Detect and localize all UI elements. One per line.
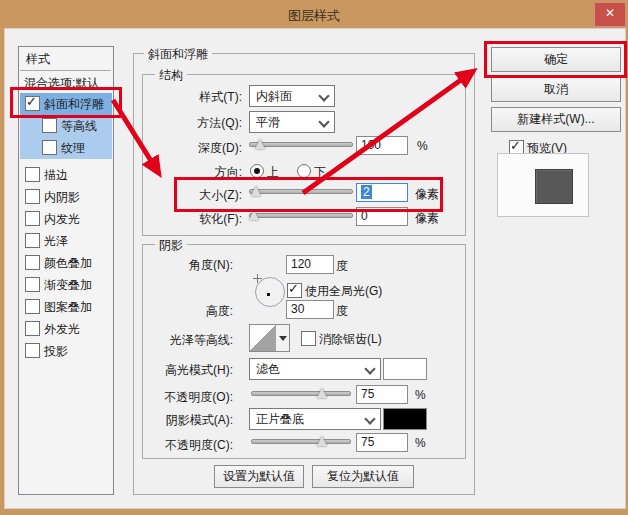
gradient-overlay-checkbox[interactable]: [25, 277, 40, 292]
sidebar-item-contour[interactable]: 等高线: [20, 115, 112, 137]
soften-slider-track[interactable]: [249, 213, 353, 218]
depth-slider-thumb[interactable]: [255, 139, 265, 149]
sidebar-item-gradient-overlay[interactable]: 渐变叠加: [20, 274, 112, 296]
global-light-checkbox[interactable]: ✓: [287, 283, 302, 298]
dialog-title: 图层样式: [0, 7, 628, 25]
reset-default-button[interactable]: 复位为默认值: [312, 465, 414, 488]
sidebar-item-inner-shadow[interactable]: 内阴影: [20, 186, 112, 208]
sidebar-item-texture[interactable]: 纹理: [20, 137, 112, 159]
sidebar-separator: [20, 70, 111, 71]
sidebar-item-outer-glow[interactable]: 外发光: [20, 318, 112, 340]
sidebar-item-pattern-overlay[interactable]: 图案叠加: [20, 296, 112, 318]
sidebar-item-bevel-emboss[interactable]: ✓ 斜面和浮雕: [20, 93, 112, 115]
shadow-opacity-input[interactable]: 75: [356, 433, 408, 452]
check-icon: ✓: [510, 138, 521, 153]
sidebar-item-drop-shadow[interactable]: 投影: [20, 340, 112, 362]
sidebar-item-color-overlay[interactable]: 颜色叠加: [20, 252, 112, 274]
highlight-mode-value: 滤色: [256, 362, 280, 376]
sidebar-item-label: 纹理: [61, 140, 85, 157]
technique-label: 方法(Q):: [168, 115, 242, 132]
sidebar-item-styles[interactable]: 样式: [26, 51, 50, 68]
highlight-opacity-unit: %: [415, 388, 426, 402]
direction-label: 方向:: [168, 164, 242, 181]
style-value: 内斜面: [256, 89, 292, 103]
sidebar-item-inner-glow[interactable]: 内发光: [20, 208, 112, 230]
check-icon: ✓: [26, 94, 37, 109]
outer-glow-checkbox[interactable]: [25, 321, 40, 336]
chevron-down-icon: [318, 116, 329, 127]
gloss-contour-dropdown-arrow[interactable]: [276, 324, 290, 352]
color-overlay-checkbox[interactable]: [25, 255, 40, 270]
highlight-mode-dropdown[interactable]: 滤色: [249, 358, 381, 380]
size-input[interactable]: 2: [356, 183, 408, 202]
stroke-checkbox[interactable]: [25, 167, 40, 182]
chevron-down-icon: [364, 413, 375, 424]
highlight-opacity-slider[interactable]: [251, 386, 351, 402]
shadow-opacity-thumb[interactable]: [317, 436, 327, 446]
angle-dial-pointer: [267, 293, 270, 296]
new-style-button[interactable]: 新建样式(W)...: [491, 107, 621, 132]
size-slider[interactable]: [249, 184, 353, 200]
inner-shadow-checkbox[interactable]: [25, 189, 40, 204]
set-default-button[interactable]: 设置为默认值: [214, 465, 304, 488]
shadow-opacity-slider[interactable]: [251, 434, 351, 450]
ok-button[interactable]: 确定: [491, 47, 621, 72]
highlight-mode-label: 高光模式(H):: [155, 362, 233, 379]
angle-unit: 度: [336, 258, 348, 275]
technique-value: 平滑: [256, 115, 280, 129]
highlight-color-swatch[interactable]: [383, 358, 427, 380]
soften-slider[interactable]: [249, 208, 353, 224]
style-preview-thumbnail: [535, 169, 573, 204]
highlight-opacity-label: 不透明度(O):: [155, 389, 233, 406]
contour-checkbox[interactable]: [42, 118, 57, 133]
size-slider-thumb[interactable]: [251, 186, 261, 196]
soften-input[interactable]: 0: [356, 207, 408, 226]
title-bar[interactable]: 图层样式 ✕: [0, 0, 628, 28]
shadow-mode-dropdown[interactable]: 正片叠底: [249, 408, 381, 430]
style-preview-well: [497, 153, 589, 217]
antialias-label: 消除锯齿(L): [319, 331, 382, 348]
inner-glow-checkbox[interactable]: [25, 211, 40, 226]
altitude-input[interactable]: 30: [286, 300, 334, 319]
angle-input[interactable]: 120: [286, 255, 334, 274]
sidebar-item-satin[interactable]: 光泽: [20, 230, 112, 252]
sidebar-item-label: 图案叠加: [44, 299, 92, 316]
direction-up-radio[interactable]: [250, 164, 264, 178]
shading-legend: 阴影: [155, 237, 187, 254]
sidebar-item-stroke[interactable]: 描边: [20, 164, 112, 186]
sidebar-item-label: 光泽: [44, 233, 68, 250]
technique-dropdown[interactable]: 平滑: [249, 111, 335, 133]
size-slider-track[interactable]: [249, 189, 353, 194]
size-label: 大小(Z):: [168, 187, 242, 204]
shadow-color-swatch[interactable]: [383, 408, 427, 430]
sidebar-item-label: 内发光: [44, 211, 80, 228]
dialog-body: 样式 混合选项:默认 ✓ 斜面和浮雕 等高线 纹理 描边 内阴影: [4, 28, 626, 509]
bevel-emboss-checkbox[interactable]: ✓: [25, 96, 40, 111]
direction-down-radio[interactable]: [297, 164, 311, 178]
pattern-overlay-checkbox[interactable]: [25, 299, 40, 314]
soften-slider-thumb[interactable]: [249, 210, 259, 220]
direction-down-label: 下: [314, 164, 326, 181]
chevron-down-icon: [364, 363, 375, 374]
shadow-opacity-unit: %: [415, 436, 426, 450]
panel-title: 斜面和浮雕: [144, 46, 212, 63]
texture-checkbox[interactable]: [42, 140, 57, 155]
depth-input[interactable]: 100: [356, 136, 408, 155]
sidebar-item-label: 斜面和浮雕: [44, 96, 104, 113]
style-dropdown[interactable]: 内斜面: [249, 85, 335, 107]
satin-checkbox[interactable]: [25, 233, 40, 248]
cancel-button[interactable]: 取消: [491, 77, 621, 102]
highlight-opacity-thumb[interactable]: [317, 388, 327, 398]
antialias-checkbox[interactable]: [301, 331, 316, 346]
drop-shadow-checkbox[interactable]: [25, 343, 40, 358]
highlight-opacity-input[interactable]: 75: [356, 385, 408, 404]
shadow-opacity-label: 不透明度(C):: [155, 437, 233, 454]
highlight-opacity-track[interactable]: [251, 391, 351, 396]
depth-slider[interactable]: [249, 137, 353, 153]
shadow-opacity-track[interactable]: [251, 439, 351, 444]
altitude-label: 高度:: [165, 303, 233, 320]
sidebar-item-blending-options[interactable]: 混合选项:默认: [24, 75, 99, 92]
gloss-contour-thumbnail[interactable]: [249, 324, 277, 352]
close-button[interactable]: ✕: [594, 2, 626, 27]
depth-label: 深度(D):: [168, 140, 242, 157]
